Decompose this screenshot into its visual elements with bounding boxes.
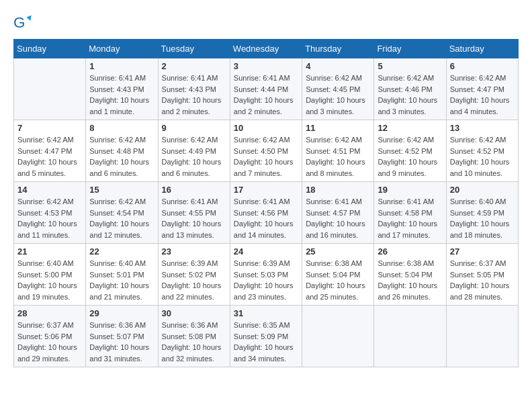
calendar-cell: 3Sunrise: 6:41 AM Sunset: 4:44 PM Daylig… <box>230 58 302 120</box>
calendar-cell <box>302 306 374 367</box>
day-number: 23 <box>162 246 226 257</box>
day-number: 19 <box>378 185 442 195</box>
day-info: Sunrise: 6:42 AM Sunset: 4:48 PM Dayligh… <box>89 134 154 179</box>
day-number: 22 <box>89 246 154 257</box>
calendar-week-2: 7Sunrise: 6:42 AM Sunset: 4:47 PM Daylig… <box>14 120 519 182</box>
day-number: 15 <box>89 185 154 195</box>
day-number: 4 <box>306 61 370 71</box>
day-info: Sunrise: 6:41 AM Sunset: 4:43 PM Dayligh… <box>162 73 226 117</box>
day-info: Sunrise: 6:41 AM Sunset: 4:56 PM Dayligh… <box>234 196 298 240</box>
day-number: 13 <box>450 123 515 133</box>
header-row: SundayMondayTuesdayWednesdayThursdayFrid… <box>14 40 519 58</box>
day-info: Sunrise: 6:42 AM Sunset: 4:49 PM Dayligh… <box>162 134 226 179</box>
day-number: 24 <box>234 246 298 257</box>
calendar-cell: 22Sunrise: 6:40 AM Sunset: 5:01 PM Dayli… <box>86 244 158 306</box>
calendar-cell: 18Sunrise: 6:41 AM Sunset: 4:57 PM Dayli… <box>302 182 374 244</box>
day-info: Sunrise: 6:42 AM Sunset: 4:50 PM Dayligh… <box>234 134 298 179</box>
calendar-cell: 9Sunrise: 6:42 AM Sunset: 4:49 PM Daylig… <box>158 120 230 182</box>
calendar-week-1: 1Sunrise: 6:41 AM Sunset: 4:43 PM Daylig… <box>14 58 519 120</box>
day-info: Sunrise: 6:38 AM Sunset: 5:04 PM Dayligh… <box>306 258 370 302</box>
logo: G <box>13 13 34 32</box>
day-number: 12 <box>378 123 442 133</box>
day-info: Sunrise: 6:41 AM Sunset: 4:58 PM Dayligh… <box>378 196 442 240</box>
day-number: 8 <box>89 123 154 133</box>
day-number: 9 <box>162 123 226 133</box>
svg-text:G: G <box>13 14 25 31</box>
day-number: 17 <box>234 185 298 195</box>
calendar-cell <box>374 306 446 367</box>
calendar-cell: 23Sunrise: 6:39 AM Sunset: 5:02 PM Dayli… <box>158 244 230 306</box>
day-info: Sunrise: 6:41 AM Sunset: 4:43 PM Dayligh… <box>89 73 154 117</box>
day-info: Sunrise: 6:37 AM Sunset: 5:06 PM Dayligh… <box>17 320 82 364</box>
calendar-body: 1Sunrise: 6:41 AM Sunset: 4:43 PM Daylig… <box>14 58 519 367</box>
calendar-cell: 28Sunrise: 6:37 AM Sunset: 5:06 PM Dayli… <box>14 306 86 367</box>
day-number: 29 <box>89 308 154 318</box>
header-cell-monday: Monday <box>86 40 158 58</box>
day-info: Sunrise: 6:40 AM Sunset: 5:00 PM Dayligh… <box>17 258 82 302</box>
day-number: 5 <box>378 61 442 71</box>
day-info: Sunrise: 6:42 AM Sunset: 4:52 PM Dayligh… <box>378 134 442 179</box>
header-cell-thursday: Thursday <box>302 40 374 58</box>
calendar-cell: 27Sunrise: 6:37 AM Sunset: 5:05 PM Dayli… <box>446 244 518 306</box>
day-number: 18 <box>306 185 370 195</box>
day-number: 20 <box>450 185 515 195</box>
calendar-cell: 17Sunrise: 6:41 AM Sunset: 4:56 PM Dayli… <box>230 182 302 244</box>
day-info: Sunrise: 6:42 AM Sunset: 4:45 PM Dayligh… <box>306 73 370 117</box>
calendar-header: SundayMondayTuesdayWednesdayThursdayFrid… <box>14 40 519 58</box>
day-number: 16 <box>162 185 226 195</box>
header-cell-friday: Friday <box>374 40 446 58</box>
day-info: Sunrise: 6:42 AM Sunset: 4:47 PM Dayligh… <box>17 134 82 179</box>
day-info: Sunrise: 6:41 AM Sunset: 4:44 PM Dayligh… <box>234 73 298 117</box>
calendar-week-4: 21Sunrise: 6:40 AM Sunset: 5:00 PM Dayli… <box>14 244 519 306</box>
header-cell-sunday: Sunday <box>14 40 86 58</box>
calendar-cell: 21Sunrise: 6:40 AM Sunset: 5:00 PM Dayli… <box>14 244 86 306</box>
calendar-cell: 10Sunrise: 6:42 AM Sunset: 4:50 PM Dayli… <box>230 120 302 182</box>
header-cell-wednesday: Wednesday <box>230 40 302 58</box>
day-info: Sunrise: 6:40 AM Sunset: 4:59 PM Dayligh… <box>450 196 515 240</box>
calendar-cell: 7Sunrise: 6:42 AM Sunset: 4:47 PM Daylig… <box>14 120 86 182</box>
day-info: Sunrise: 6:37 AM Sunset: 5:05 PM Dayligh… <box>450 258 515 302</box>
day-info: Sunrise: 6:42 AM Sunset: 4:47 PM Dayligh… <box>450 73 515 117</box>
calendar-cell: 14Sunrise: 6:42 AM Sunset: 4:53 PM Dayli… <box>14 182 86 244</box>
day-number: 26 <box>378 246 442 257</box>
calendar-cell: 19Sunrise: 6:41 AM Sunset: 4:58 PM Dayli… <box>374 182 446 244</box>
day-info: Sunrise: 6:42 AM Sunset: 4:54 PM Dayligh… <box>89 196 154 240</box>
calendar-cell: 12Sunrise: 6:42 AM Sunset: 4:52 PM Dayli… <box>374 120 446 182</box>
logo-icon: G <box>13 13 32 32</box>
day-number: 27 <box>450 246 515 257</box>
calendar-cell: 16Sunrise: 6:41 AM Sunset: 4:55 PM Dayli… <box>158 182 230 244</box>
day-info: Sunrise: 6:41 AM Sunset: 4:55 PM Dayligh… <box>162 196 226 240</box>
day-info: Sunrise: 6:42 AM Sunset: 4:46 PM Dayligh… <box>378 73 442 117</box>
day-info: Sunrise: 6:36 AM Sunset: 5:08 PM Dayligh… <box>162 320 226 364</box>
calendar-cell: 1Sunrise: 6:41 AM Sunset: 4:43 PM Daylig… <box>86 58 158 120</box>
header-cell-saturday: Saturday <box>446 40 518 58</box>
day-number: 28 <box>17 308 82 318</box>
day-info: Sunrise: 6:36 AM Sunset: 5:07 PM Dayligh… <box>89 320 154 364</box>
day-number: 21 <box>17 246 82 257</box>
day-info: Sunrise: 6:39 AM Sunset: 5:02 PM Dayligh… <box>162 258 226 302</box>
day-number: 3 <box>234 61 298 71</box>
calendar-cell: 6Sunrise: 6:42 AM Sunset: 4:47 PM Daylig… <box>446 58 518 120</box>
day-info: Sunrise: 6:42 AM Sunset: 4:53 PM Dayligh… <box>17 196 82 240</box>
calendar-cell <box>446 306 518 367</box>
calendar-cell: 5Sunrise: 6:42 AM Sunset: 4:46 PM Daylig… <box>374 58 446 120</box>
day-info: Sunrise: 6:35 AM Sunset: 5:09 PM Dayligh… <box>234 320 298 364</box>
calendar-cell: 29Sunrise: 6:36 AM Sunset: 5:07 PM Dayli… <box>86 306 158 367</box>
calendar-cell: 31Sunrise: 6:35 AM Sunset: 5:09 PM Dayli… <box>230 306 302 367</box>
calendar-cell: 25Sunrise: 6:38 AM Sunset: 5:04 PM Dayli… <box>302 244 374 306</box>
calendar-cell: 26Sunrise: 6:38 AM Sunset: 5:04 PM Dayli… <box>374 244 446 306</box>
calendar-cell: 30Sunrise: 6:36 AM Sunset: 5:08 PM Dayli… <box>158 306 230 367</box>
day-number: 30 <box>162 308 226 318</box>
calendar-cell: 15Sunrise: 6:42 AM Sunset: 4:54 PM Dayli… <box>86 182 158 244</box>
calendar-cell: 20Sunrise: 6:40 AM Sunset: 4:59 PM Dayli… <box>446 182 518 244</box>
day-number: 31 <box>234 308 298 318</box>
calendar-cell: 11Sunrise: 6:42 AM Sunset: 4:51 PM Dayli… <box>302 120 374 182</box>
calendar-week-3: 14Sunrise: 6:42 AM Sunset: 4:53 PM Dayli… <box>14 182 519 244</box>
page-header: G <box>13 13 519 32</box>
day-number: 7 <box>17 123 82 133</box>
svg-marker-1 <box>27 15 32 21</box>
day-info: Sunrise: 6:42 AM Sunset: 4:52 PM Dayligh… <box>450 134 515 179</box>
day-info: Sunrise: 6:41 AM Sunset: 4:57 PM Dayligh… <box>306 196 370 240</box>
calendar-cell: 24Sunrise: 6:39 AM Sunset: 5:03 PM Dayli… <box>230 244 302 306</box>
day-number: 6 <box>450 61 515 71</box>
